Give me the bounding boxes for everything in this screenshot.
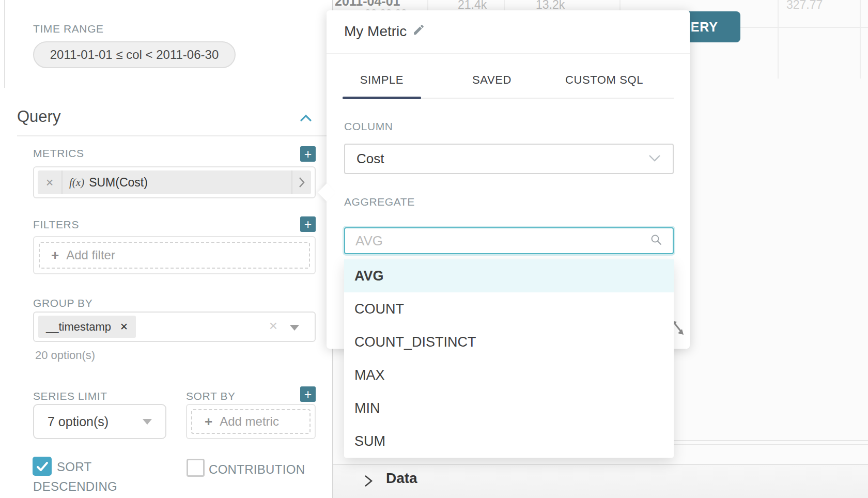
group-by-label: GROUP BY xyxy=(33,297,92,309)
metric-name: SUM(Cost) xyxy=(89,176,148,190)
aggregate-option-avg[interactable]: AVG xyxy=(344,259,674,292)
sort-descending-label-line2: DESCENDING xyxy=(33,479,117,494)
remove-metric-icon[interactable]: × xyxy=(38,175,61,190)
metrics-label: METRICS xyxy=(33,147,84,160)
aggregate-option-min[interactable]: MIN xyxy=(344,392,674,425)
sort-by-control: + Add metric xyxy=(186,404,316,439)
chevron-down-icon xyxy=(648,154,661,164)
grid-line xyxy=(778,0,779,79)
remove-tag-icon[interactable]: ✕ xyxy=(120,321,128,333)
add-filter-button[interactable]: + Add filter xyxy=(39,242,310,269)
filters-label: FILTERS xyxy=(33,219,79,231)
search-icon xyxy=(650,234,662,248)
plus-icon: + xyxy=(205,414,212,430)
chevron-down-icon xyxy=(143,419,152,425)
time-range-filter-pill[interactable]: 2011-01-01 ≤ col < 2011-06-30 xyxy=(33,41,236,68)
tab-saved[interactable]: SAVED xyxy=(453,73,531,87)
popover-title-row: My Metric xyxy=(344,23,425,40)
clear-select-icon[interactable]: × xyxy=(269,318,277,334)
add-sort-plus-button[interactable]: + xyxy=(300,386,316,402)
check-icon xyxy=(36,460,49,473)
add-filter-plus-button[interactable]: + xyxy=(300,216,316,232)
plus-icon: + xyxy=(51,247,59,263)
divider xyxy=(61,170,63,194)
aggregate-search-input[interactable]: AVG xyxy=(344,227,674,254)
active-tab-underline xyxy=(343,97,421,99)
control-panel: TIME RANGE 2011-01-01 ≤ col < 2011-06-30… xyxy=(0,0,333,498)
add-metric-plus-button[interactable]: + xyxy=(300,146,316,162)
column-select[interactable]: Cost xyxy=(344,144,674,174)
column-value: Cost xyxy=(357,151,384,167)
aggregate-option-count[interactable]: COUNT xyxy=(344,292,674,325)
grid-line xyxy=(860,0,861,79)
chart-builder-screen: 2011-04-01 00:00:00 21.4k 13.2k 327.77 R… xyxy=(0,0,868,498)
tab-custom-sql[interactable]: CUSTOM SQL xyxy=(554,73,655,87)
metric-control: × f(x) SUM(Cost) xyxy=(33,166,316,198)
sort-descending-label-line1: SORT xyxy=(57,460,91,474)
aggregate-label: AGGREGATE xyxy=(344,196,415,208)
series-limit-select[interactable]: 7 option(s) xyxy=(33,404,166,439)
add-filter-label: Add filter xyxy=(66,248,115,262)
contribution-label: CONTRIBUTION xyxy=(209,462,305,477)
contribution-checkbox[interactable] xyxy=(187,459,205,477)
chevron-right-icon xyxy=(363,474,374,490)
collapse-section-icon[interactable] xyxy=(300,114,312,125)
data-collapse-panel[interactable]: Data xyxy=(333,464,868,498)
aggregate-option-sum[interactable]: SUM xyxy=(344,425,674,458)
table-cell-value: 327.77 xyxy=(786,0,823,12)
group-by-select[interactable]: __timestamp ✕ × xyxy=(33,312,316,342)
series-limit-value: 7 option(s) xyxy=(48,414,109,429)
time-range-label: TIME RANGE xyxy=(33,23,104,35)
divider xyxy=(327,53,690,54)
tag-label: __timestamp xyxy=(46,320,111,334)
column-label: COLUMN xyxy=(344,120,393,133)
metric-title: My Metric xyxy=(344,23,407,40)
expand-metric-icon[interactable] xyxy=(292,176,311,189)
metric-pill[interactable]: × f(x) SUM(Cost) xyxy=(38,170,311,194)
aggregate-option-count-distinct[interactable]: COUNT_DISTINCT xyxy=(344,325,674,359)
aggregate-options-dropdown: AVG COUNT COUNT_DISTINCT MAX MIN SUM xyxy=(344,259,674,458)
aggregate-option-max[interactable]: MAX xyxy=(344,359,674,392)
add-sort-metric-button[interactable]: + Add metric xyxy=(191,409,311,434)
query-section-title: Query xyxy=(17,107,60,126)
sort-descending-checkbox[interactable] xyxy=(33,457,52,476)
aggregate-placeholder: AVG xyxy=(355,233,383,249)
filters-control: + Add filter xyxy=(33,236,316,274)
function-icon: f(x) xyxy=(69,176,84,189)
group-by-tag: __timestamp ✕ xyxy=(38,316,136,338)
chevron-down-icon xyxy=(290,325,299,331)
tab-simple[interactable]: SIMPLE xyxy=(343,73,421,87)
divider xyxy=(17,135,333,136)
grid-line xyxy=(674,440,868,441)
group-by-options-hint: 20 option(s) xyxy=(35,349,95,362)
series-limit-label: SERIES LIMIT xyxy=(33,390,107,402)
scrollbar[interactable] xyxy=(4,0,5,88)
edit-pencil-icon[interactable] xyxy=(412,23,425,40)
grid-line xyxy=(674,444,868,445)
add-metric-label: Add metric xyxy=(220,414,279,429)
data-panel-title: Data xyxy=(386,470,417,487)
sort-by-label: SORT BY xyxy=(186,390,236,402)
